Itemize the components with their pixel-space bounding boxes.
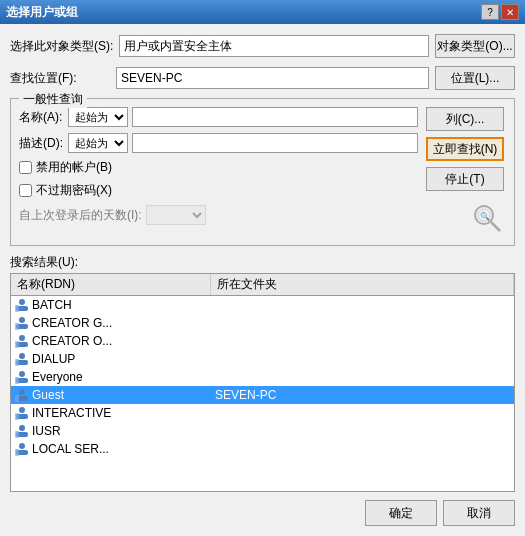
result-name-text: INTERACTIVE (32, 406, 111, 420)
table-row[interactable]: LOCAL SER... (11, 440, 514, 458)
disabled-account-checkbox[interactable] (19, 161, 32, 174)
result-name-text: BATCH (32, 298, 72, 312)
result-name-cell: Guest (11, 387, 211, 403)
user-icon (15, 442, 29, 456)
result-name-cell: LOCAL SER... (11, 441, 211, 457)
result-folder-cell: SEVEN-PC (211, 387, 514, 403)
result-name-cell: Everyone (11, 369, 211, 385)
results-section: 搜索结果(U): 名称(RDN) 所在文件夹 BATCH CREATOR G..… (10, 254, 515, 492)
svg-text:🔍: 🔍 (480, 211, 490, 221)
result-name-text: Everyone (32, 370, 83, 384)
table-row[interactable]: Everyone (11, 368, 514, 386)
location-value: SEVEN-PC (116, 67, 429, 89)
name-query-label: 名称(A): (19, 109, 64, 126)
results-table: 名称(RDN) 所在文件夹 BATCH CREATOR G... CREATOR… (10, 273, 515, 492)
name-query-row: 名称(A): 起始为 (19, 107, 418, 127)
svg-rect-21 (15, 395, 19, 402)
table-row[interactable]: GuestSEVEN-PC (11, 386, 514, 404)
disabled-account-row: 禁用的帐户(B) (19, 159, 418, 176)
stop-button[interactable]: 停止(T) (426, 167, 504, 191)
svg-point-11 (19, 335, 25, 341)
result-name-cell: DIALUP (11, 351, 211, 367)
svg-rect-15 (15, 359, 19, 366)
col-folder-header: 所在文件夹 (211, 274, 514, 295)
svg-rect-30 (15, 449, 19, 456)
results-label: 搜索结果(U): (10, 254, 515, 271)
svg-rect-24 (15, 413, 19, 420)
table-row[interactable]: DIALUP (11, 350, 514, 368)
svg-line-1 (491, 222, 500, 231)
user-icon (15, 298, 29, 312)
svg-point-26 (19, 425, 25, 431)
results-body[interactable]: BATCH CREATOR G... CREATOR O... DIALUP E… (11, 296, 514, 491)
general-query-group: 一般性查询 名称(A): 起始为 描述(D): 起始为 (10, 98, 515, 246)
result-name-text: CREATOR O... (32, 334, 112, 348)
days-label: 自上次登录后的天数(I): (19, 207, 142, 224)
days-row: 自上次登录后的天数(I): (19, 205, 418, 225)
table-row[interactable]: INTERACTIVE (11, 404, 514, 422)
svg-point-20 (19, 389, 25, 395)
name-query-input[interactable] (132, 107, 418, 127)
query-right: 列(C)... 立即查找(N) 停止(T) 🔍 (426, 107, 506, 237)
no-expire-label: 不过期密码(X) (36, 182, 112, 199)
user-icon (15, 406, 29, 420)
svg-point-14 (19, 353, 25, 359)
result-name-text: DIALUP (32, 352, 75, 366)
ok-button[interactable]: 确定 (365, 500, 437, 526)
result-folder-cell (211, 430, 514, 432)
result-name-text: CREATOR G... (32, 316, 112, 330)
no-expire-checkbox[interactable] (19, 184, 32, 197)
find-now-button[interactable]: 立即查找(N) (426, 137, 504, 161)
result-name-text: LOCAL SER... (32, 442, 109, 456)
result-folder-cell (211, 304, 514, 306)
col-name-header: 名称(RDN) (11, 274, 211, 295)
result-name-cell: BATCH (11, 297, 211, 313)
result-folder-cell (211, 340, 514, 342)
help-button[interactable]: ? (481, 4, 499, 20)
result-name-cell: IUSR (11, 423, 211, 439)
result-name-text: Guest (32, 388, 64, 402)
svg-point-23 (19, 407, 25, 413)
user-icon (15, 316, 29, 330)
cancel-button[interactable]: 取消 (443, 500, 515, 526)
location-row: 查找位置(F): SEVEN-PC 位置(L)... (10, 66, 515, 90)
desc-query-select[interactable]: 起始为 (68, 133, 128, 153)
svg-point-8 (19, 317, 25, 323)
user-icon (15, 424, 29, 438)
user-icon (15, 388, 29, 402)
search-icon: 🔍 (470, 201, 506, 237)
object-type-row: 选择此对象类型(S): 用户或内置安全主体 对象类型(O)... (10, 34, 515, 58)
object-type-label: 选择此对象类型(S): (10, 38, 113, 55)
no-expire-row: 不过期密码(X) (19, 182, 418, 199)
svg-rect-12 (15, 341, 19, 348)
title-bar-controls: ? ✕ (481, 4, 519, 20)
close-button[interactable]: ✕ (501, 4, 519, 20)
table-row[interactable]: CREATOR O... (11, 332, 514, 350)
table-row[interactable]: IUSR (11, 422, 514, 440)
location-label: 查找位置(F): (10, 70, 110, 87)
desc-query-row: 描述(D): 起始为 (19, 133, 418, 153)
desc-query-input[interactable] (132, 133, 418, 153)
results-header: 名称(RDN) 所在文件夹 (11, 274, 514, 296)
object-type-value: 用户或内置安全主体 (119, 35, 429, 57)
name-query-select[interactable]: 起始为 (68, 107, 128, 127)
table-row[interactable]: BATCH (11, 296, 514, 314)
svg-rect-6 (15, 305, 19, 312)
desc-query-label: 描述(D): (19, 135, 64, 152)
general-query-content: 名称(A): 起始为 描述(D): 起始为 禁 (19, 107, 506, 237)
svg-point-5 (19, 299, 25, 305)
object-type-button[interactable]: 对象类型(O)... (435, 34, 515, 58)
user-icon (15, 352, 29, 366)
location-button[interactable]: 位置(L)... (435, 66, 515, 90)
result-folder-cell (211, 376, 514, 378)
search-icon-area: 🔍 (426, 201, 506, 237)
svg-point-29 (19, 443, 25, 449)
result-folder-cell (211, 358, 514, 360)
days-select[interactable] (146, 205, 206, 225)
title-bar: 选择用户或组 ? ✕ (0, 0, 525, 24)
title-bar-text: 选择用户或组 (6, 4, 78, 21)
column-button[interactable]: 列(C)... (426, 107, 504, 131)
svg-rect-18 (15, 377, 19, 384)
table-row[interactable]: CREATOR G... (11, 314, 514, 332)
user-icon (15, 370, 29, 384)
